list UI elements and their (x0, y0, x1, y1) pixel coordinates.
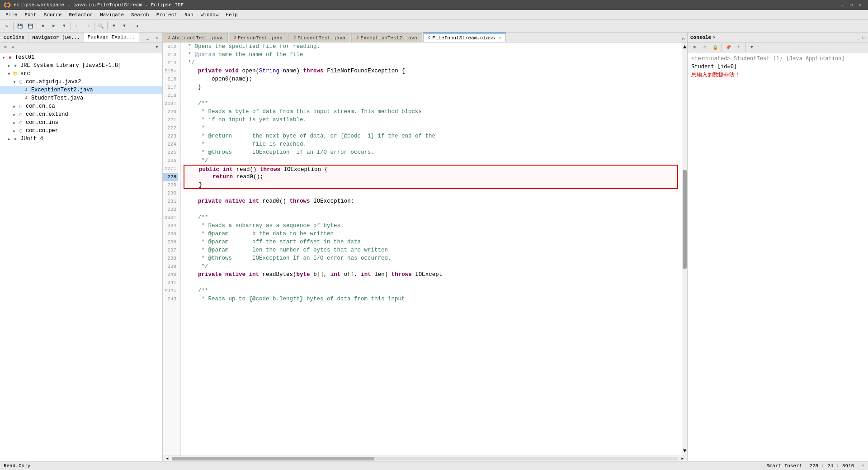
menu-file[interactable]: File (2, 10, 21, 19)
console-new-button[interactable]: + (734, 43, 744, 52)
minimize-button[interactable]: — (838, 1, 846, 9)
new-button[interactable]: ✎ (2, 21, 12, 31)
console-pin-button[interactable]: 📌 (723, 43, 733, 52)
ln-232: 232 (163, 205, 178, 214)
search-button[interactable]: 🔍 (96, 21, 106, 31)
hscrollbar-right[interactable]: ▶ (678, 456, 687, 461)
console-view-menu-button[interactable]: ▼ (747, 43, 757, 52)
code-line-226: */ (184, 157, 678, 165)
close-button[interactable]: ✕ (856, 1, 864, 9)
package-explorer-tab[interactable]: Package Explo... (84, 33, 140, 42)
ln-238: 238 (163, 254, 178, 262)
left-panel-minimize[interactable]: ⎯ (142, 33, 152, 43)
tree-item-studenttest[interactable]: J StudentTest.java (0, 94, 162, 102)
hscrollbar-left[interactable]: ◀ (163, 456, 172, 461)
tab-persontest[interactable]: J PersonTest.java (229, 33, 288, 42)
tree-item-package-ins[interactable]: ▶ ▢ com.cn.ins (0, 119, 162, 127)
tab-studenttest-icon: J (293, 36, 296, 40)
tree-item-junit4[interactable]: ▶ ◆ JUnit 4 (0, 135, 162, 143)
console-scroll-lock-button[interactable]: 🔒 (710, 43, 720, 52)
scrollbar-up-arrow[interactable]: ▲ (682, 43, 687, 52)
ln-235: 235 (163, 230, 178, 238)
next-edit-button[interactable]: → (83, 21, 93, 31)
tree-arrow-package-per: ▶ (12, 129, 17, 133)
scrollbar-thumb[interactable] (683, 170, 687, 269)
open-perspective[interactable]: ◆ (132, 21, 142, 31)
toolbar-btn-7[interactable]: ▼ (119, 21, 129, 31)
ln-222: 222 (163, 124, 178, 132)
tree-item-jre[interactable]: ▶ ◆ JRE System Library [JavaSE-1.8] (0, 62, 162, 70)
window-controls[interactable]: — ◻ ✕ (838, 1, 864, 9)
menu-project[interactable]: Project (153, 10, 181, 19)
console-terminated-line: <terminated> StudentTest (1) [Java Appli… (691, 54, 864, 62)
editor-content: 212 213 214 215○ 216 217 218 219○ 220 22… (163, 43, 687, 456)
package-explorer-tab-label: Package Explo... (88, 34, 136, 40)
menu-navigate[interactable]: Navigate (96, 10, 127, 19)
console-terminate-button[interactable]: ■ (689, 43, 699, 52)
tab-fileinputstream[interactable]: C FileInputStream.class ✕ (423, 33, 506, 42)
navigator-tab-label: Navigator (De... (32, 35, 80, 40)
view-menu-button[interactable]: ▼ (153, 44, 160, 51)
code-line-233: /** (184, 214, 678, 222)
tree-item-test01[interactable]: ▼ ■ Test01 (0, 53, 162, 62)
menu-source[interactable]: Source (40, 10, 66, 19)
ln-229: 229 (163, 181, 178, 189)
console-header: Console ✕ ⎯ ◻ (688, 33, 868, 43)
link-with-editor-button[interactable]: ⇄ (9, 44, 17, 51)
console-maximize-button[interactable]: ◻ (861, 34, 865, 40)
run-button[interactable]: ► (49, 21, 59, 31)
tree-label-studenttest: StudentTest.java (31, 95, 83, 101)
menu-refactor[interactable]: Refactor (65, 10, 96, 19)
code-line-232 (184, 205, 678, 214)
tab-exceptiontest2[interactable]: J ExceptionTest2.java (351, 33, 422, 42)
collapse-all-button[interactable]: ≡ (2, 44, 9, 51)
java-file-icon-2: J (23, 95, 30, 102)
tree-item-package-ca[interactable]: ▶ ▢ com.cn.ca (0, 102, 162, 110)
tab-studenttest[interactable]: J StudentTest.java (288, 33, 350, 42)
maximize-editor-button[interactable]: ◻ (681, 36, 685, 42)
console-close-icon[interactable]: ✕ (713, 35, 715, 40)
menu-search[interactable]: Search (127, 10, 153, 19)
ln-231: 231 (163, 197, 178, 205)
menu-window[interactable]: Window (197, 10, 222, 19)
code-editor[interactable]: * Opens the specified file for reading. … (181, 43, 682, 456)
hscrollbar-track[interactable] (172, 457, 678, 461)
ln-218: 218 (163, 91, 178, 100)
code-line-243: * Reads up to {@code b.length} bytes of … (184, 295, 678, 303)
tree-item-package-per[interactable]: ▶ ▢ com.cn.per (0, 127, 162, 135)
tree-item-exceptiontest2[interactable]: J ExceptionTest2.java (0, 86, 162, 94)
save-all-button[interactable]: 💾 (25, 21, 35, 31)
editor-vertical-scrollbar[interactable]: ▲ ▼ (682, 43, 687, 456)
console-output-area: <terminated> StudentTest (1) [Java Appli… (688, 52, 868, 461)
hscrollbar-thumb[interactable] (172, 457, 374, 461)
prev-edit-button[interactable]: ← (72, 21, 82, 31)
menu-edit[interactable]: Edit (21, 10, 40, 19)
tab-abstracttest[interactable]: J AbstractTest.java (163, 33, 228, 42)
ln-219: 219○ (163, 100, 178, 108)
tree-arrow-src: ▼ (6, 72, 12, 76)
editor-horizontal-scrollbar[interactable]: ◀ ▶ (163, 456, 687, 461)
console-output-line: Student [id=0] (691, 62, 864, 71)
tree-item-package-extend[interactable]: ▶ ▢ com.cn.extend (0, 110, 162, 119)
console-clear-button[interactable]: ⌫ (700, 43, 710, 52)
menu-help[interactable]: Help (222, 10, 241, 19)
run-dropdown[interactable]: ▼ (59, 21, 69, 31)
scrollbar-down-arrow[interactable]: ▼ (682, 446, 687, 456)
minimize-editor-button[interactable]: ⎯ (677, 36, 681, 42)
tree-item-src[interactable]: ▼ 📁 src (0, 70, 162, 78)
scrollbar-track[interactable] (682, 52, 687, 446)
save-button[interactable]: 💾 (15, 21, 25, 31)
debug-button[interactable]: ► (38, 21, 48, 31)
code-line-238: * @throws IOException If an I/O error ha… (184, 254, 678, 262)
menu-run[interactable]: Run (181, 10, 197, 19)
console-tab-label[interactable]: Console (690, 35, 711, 40)
console-minimize-button[interactable]: ⎯ (856, 34, 860, 40)
tree-item-package1[interactable]: ▼ ▢ com.atguigu.java2 (0, 78, 162, 86)
outline-tab[interactable]: Outline (0, 33, 28, 42)
tree-label-src: src (20, 71, 30, 77)
left-panel-maximize[interactable]: ◻ (152, 33, 162, 43)
navigator-tab[interactable]: Navigator (De... (28, 33, 84, 42)
maximize-button[interactable]: ◻ (847, 1, 855, 9)
tab-close-icon[interactable]: ✕ (499, 35, 501, 40)
toolbar-btn-6[interactable]: ▼ (109, 21, 119, 31)
